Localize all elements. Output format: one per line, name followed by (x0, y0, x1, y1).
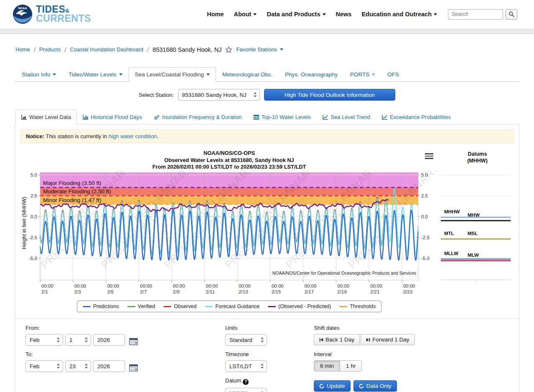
breadcrumb-products[interactable]: Products (39, 46, 61, 53)
forward-1-day-button[interactable]: Forward 1 Day (361, 334, 415, 345)
subtab-historical-flood-days[interactable]: Historical Flood Days (77, 110, 148, 124)
legend-label: Verified (138, 303, 155, 309)
units-select[interactable]: Standard (225, 334, 267, 346)
breadcrumb-separator (64, 46, 66, 53)
legend-item-predictions[interactable]: Predictions (83, 303, 119, 309)
tides-currents-logo[interactable]: NOAA TIDES& CURRENTS (13, 4, 91, 24)
to-day-select[interactable]: 23 (65, 360, 91, 372)
breadcrumb-coastal-inundation-dashboard[interactable]: Coastal Inundation Dashboard (70, 46, 143, 53)
subtab-top-10-water-levels[interactable]: Top-10 Water Levels (248, 110, 317, 124)
tab-sea-level-coastal-flooding[interactable]: Sea Level/Coastal Flooding (129, 67, 216, 82)
datum-label-mtl: MTL (444, 231, 454, 236)
station-select[interactable]: 8531680 Sandy Hook, NJ (178, 89, 260, 101)
brand-text: TIDES& CURRENTS (36, 5, 91, 23)
nav-data-and-products[interactable]: Data and Products (267, 11, 325, 18)
chart-legend: Predictions Verified Observed Forecast G… (77, 301, 382, 312)
svg-text:00:00: 00:00 (403, 283, 415, 288)
to-calendar-button[interactable] (129, 364, 138, 373)
tab-tides-water-levels[interactable]: Tides/Water Levels (62, 67, 129, 82)
refresh-icon (359, 384, 364, 389)
tab-station-info[interactable]: Station Info (15, 67, 62, 82)
tab-phys-oceanography[interactable]: Phys. Oceanography (279, 67, 344, 82)
timezone-select[interactable]: LST/LDT (225, 360, 267, 372)
subtab-water-level-data[interactable]: Water Level Data (15, 110, 77, 124)
svg-text:2.5: 2.5 (421, 193, 428, 198)
interval-1hr-button[interactable]: 1 hr (340, 360, 362, 372)
nav-education-and-outreach[interactable]: Education and Outreach (361, 11, 437, 18)
tab-ofs[interactable]: OFS (381, 67, 405, 82)
legend-item-observed-predicted[interactable]: (Observed - Predicted) (268, 303, 331, 309)
tab-meteorological-obs[interactable]: Meteorological Obs. (216, 67, 279, 82)
caret-down-icon (253, 13, 257, 15)
favorite-stations-link[interactable]: Favorite Stations (236, 46, 283, 53)
units-block: Units Standard (225, 325, 314, 346)
select-station-label: Select Station: (139, 92, 174, 98)
shift-dates-label: Shift dates (314, 325, 415, 331)
display-controls: Units Standard Timezone LST/LDT Datum (225, 325, 314, 392)
high-water-condition-link[interactable]: high water condition (109, 133, 157, 139)
subtab-exceedance-probabilities[interactable]: Exceedance Probabilities (376, 110, 457, 124)
legend-swatch-observed (163, 306, 171, 307)
tab-ports[interactable]: PORTS® (344, 67, 381, 82)
svg-text:2/5: 2/5 (107, 289, 114, 294)
legend-item-observed[interactable]: Observed (163, 303, 196, 309)
nav-home[interactable]: Home (207, 11, 224, 18)
to-month-select[interactable]: Feb (25, 360, 63, 372)
back-1-day-button[interactable]: Back 1 Day (314, 334, 360, 345)
caret-down-icon (280, 48, 283, 51)
svg-text:2/15: 2/15 (272, 289, 281, 294)
notice-prefix: Notice: (26, 133, 44, 139)
data-only-label: Data Only (366, 383, 392, 389)
favorite-star-icon[interactable] (225, 46, 232, 53)
data-only-button[interactable]: Data Only (353, 380, 397, 392)
to-month-wrap: Feb (25, 360, 63, 372)
datum-help-icon[interactable] (243, 379, 249, 385)
svg-text:-2.5: -2.5 (29, 235, 37, 240)
interval-6min-button[interactable]: 6 min (314, 360, 340, 372)
svg-text:00:00: 00:00 (41, 283, 53, 288)
update-button[interactable]: Update (314, 380, 351, 392)
datum-label-mlw: MLW (468, 253, 479, 258)
search-button[interactable] (506, 9, 517, 20)
svg-text:2.5: 2.5 (31, 193, 37, 198)
svg-text:2/19: 2/19 (337, 289, 346, 294)
from-day-select[interactable]: 1 (65, 334, 91, 346)
legend-item-forecast-guidance[interactable]: Forecast Guidance (205, 303, 259, 309)
nav-about[interactable]: About (234, 11, 257, 18)
svg-text:00:00: 00:00 (272, 283, 284, 288)
legend-item-thresholds[interactable]: Thresholds (339, 303, 376, 309)
legend-swatch-predictions (83, 306, 91, 307)
high-tide-flood-outlook-button[interactable]: High Tide Flood Outlook Information (264, 89, 395, 101)
svg-text:00:00: 00:00 (370, 283, 382, 288)
svg-text:00:00: 00:00 (239, 283, 251, 288)
svg-text:NOAA: NOAA (18, 6, 27, 10)
nav-news[interactable]: News (336, 11, 352, 18)
site-header: NOAA TIDES& CURRENTS Home About Data and… (0, 0, 534, 28)
select-station-row: Select Station: 8531680 Sandy Hook, NJ H… (0, 89, 534, 101)
from-year-input[interactable] (93, 334, 125, 346)
search-input[interactable] (448, 9, 503, 20)
svg-text:Major Flooding (3.50 ft): Major Flooding (3.50 ft) (43, 180, 102, 186)
legend-label: Forecast Guidance (215, 303, 259, 309)
chart-title-block: NOAA/NOS/CO-OPS Observed Water Levels at… (19, 147, 439, 171)
svg-text:00:00: 00:00 (140, 283, 152, 288)
dashboard-content: Notice: This station is currently in hig… (15, 124, 519, 392)
from-calendar-button[interactable] (129, 337, 138, 346)
datum-label-mhw: MHW (468, 212, 480, 217)
from-month-select[interactable]: Feb (25, 334, 63, 346)
breadcrumb-home[interactable]: Home (15, 46, 30, 53)
subtab-sea-level-trend[interactable]: Sea Level Trend (317, 110, 376, 124)
legend-item-verified[interactable]: Verified (127, 303, 155, 309)
to-year-input[interactable] (93, 360, 125, 372)
subtab-inundation-frequency-duration[interactable]: Inundation Frequency & Duration (148, 110, 248, 124)
legend-label: Thresholds (350, 303, 376, 309)
favorite-stations-label: Favorite Stations (236, 46, 277, 53)
datum-wrap: MHHW (225, 388, 267, 392)
datum-label-mhhw: MHHW (444, 209, 460, 214)
dashboard: Water Level Data Historical Flood Days I… (15, 110, 519, 392)
chart-row: NOAA/NOS/CO-OPS Observed Water Levels at… (15, 143, 519, 312)
search-icon (509, 11, 514, 17)
datum-select[interactable]: MHHW (225, 388, 267, 392)
chart-menu-icon[interactable] (425, 153, 433, 160)
water-level-plot: PRELIMINARYPRELIMINARYPRELIMINARYPRELIMI… (19, 171, 439, 294)
